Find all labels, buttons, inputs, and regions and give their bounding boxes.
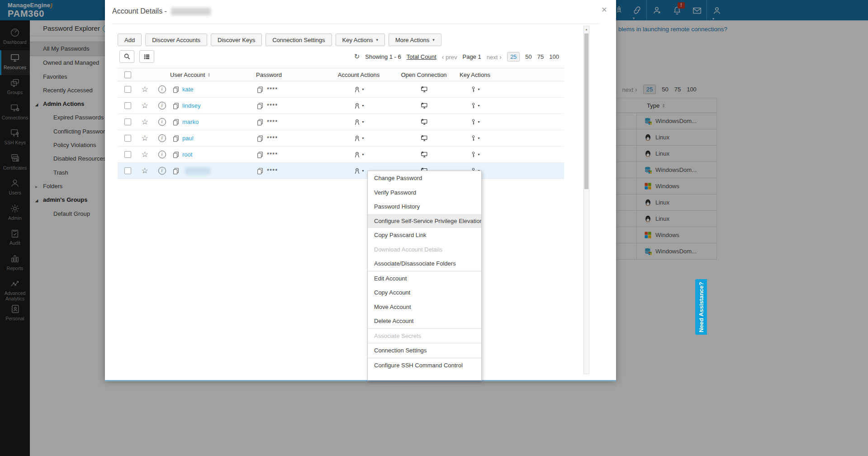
- favorite-star-icon[interactable]: [141, 101, 148, 110]
- info-icon[interactable]: [158, 167, 166, 175]
- key-actions-dropdown[interactable]: Key Actions: [336, 33, 385, 46]
- account-actions-icon[interactable]: [353, 151, 364, 158]
- menu-item[interactable]: Download Account Details: [368, 242, 481, 257]
- copy-password-icon[interactable]: [256, 102, 264, 109]
- menu-item[interactable]: Associate/Disassociate Folders: [368, 256, 481, 271]
- next-page-link[interactable]: next: [487, 53, 502, 61]
- password-mask: ****: [267, 86, 278, 93]
- menu-item[interactable]: Associate Secrets: [368, 328, 481, 343]
- key-actions-icon[interactable]: [470, 151, 479, 158]
- table-row[interactable]: paul ****: [118, 130, 564, 147]
- info-icon[interactable]: [158, 86, 166, 93]
- showing-count: Showing 1 - 6: [365, 53, 401, 60]
- account-actions-icon[interactable]: [353, 86, 364, 93]
- menu-item[interactable]: Change Password: [368, 171, 481, 185]
- more-actions-dropdown[interactable]: More Actions: [389, 33, 441, 46]
- account-actions-icon[interactable]: [353, 102, 364, 109]
- copy-password-icon[interactable]: [256, 86, 264, 93]
- account-actions-icon[interactable]: [353, 167, 364, 175]
- account-actions-icon[interactable]: [353, 134, 364, 142]
- account-link[interactable]: paul: [182, 135, 194, 142]
- menu-item[interactable]: Connection Settings: [368, 343, 481, 358]
- table-row[interactable]: lindsey ****: [118, 98, 564, 114]
- password-mask: ****: [267, 151, 278, 158]
- key-actions-icon[interactable]: [470, 134, 479, 142]
- favorite-star-icon[interactable]: [141, 117, 148, 127]
- close-icon[interactable]: [602, 5, 607, 14]
- key-actions-icon[interactable]: [470, 118, 479, 126]
- copy-password-icon[interactable]: [256, 151, 264, 158]
- open-connection-icon[interactable]: [420, 134, 428, 142]
- menu-item[interactable]: Copy Account: [368, 285, 481, 300]
- open-connection-icon[interactable]: [420, 86, 428, 93]
- need-assistance-tab[interactable]: Need Assistance?: [695, 279, 707, 335]
- page-size-100[interactable]: 100: [549, 53, 559, 60]
- search-button[interactable]: [119, 50, 134, 63]
- table-row[interactable]: root ****: [118, 147, 564, 163]
- row-checkbox[interactable]: [124, 86, 131, 93]
- menu-item[interactable]: Configure Self-Service Privilege Elevati…: [368, 214, 481, 228]
- favorite-star-icon[interactable]: [141, 166, 148, 176]
- copy-password-icon[interactable]: [256, 135, 264, 142]
- row-checkbox[interactable]: [124, 167, 131, 174]
- menu-item[interactable]: Configure SSH Command Control: [368, 358, 481, 373]
- copy-password-icon[interactable]: [256, 119, 264, 126]
- discover-keys-button[interactable]: Discover Keys: [211, 33, 262, 46]
- menu-item[interactable]: Move Account: [368, 300, 481, 314]
- scrollbar-thumb[interactable]: [584, 33, 588, 189]
- copy-account-icon[interactable]: [172, 167, 180, 175]
- copy-account-icon[interactable]: [172, 119, 180, 126]
- favorite-star-icon[interactable]: [141, 85, 148, 94]
- account-link[interactable]: root: [182, 151, 192, 158]
- table-row[interactable]: kate ****: [118, 81, 564, 98]
- sort-icon[interactable]: [208, 72, 210, 77]
- open-connection-icon[interactable]: [420, 102, 428, 109]
- row-checkbox[interactable]: [124, 135, 131, 142]
- row-checkbox[interactable]: [124, 102, 131, 109]
- open-connection-icon[interactable]: [420, 118, 428, 126]
- password-mask: ****: [267, 119, 278, 125]
- copy-account-icon[interactable]: [172, 102, 180, 109]
- info-icon[interactable]: [158, 134, 166, 142]
- discover-accounts-button[interactable]: Discover Accounts: [145, 33, 207, 46]
- page-size-50[interactable]: 50: [525, 53, 531, 60]
- favorite-star-icon[interactable]: [141, 150, 148, 159]
- menu-item[interactable]: Password History: [368, 200, 481, 214]
- refresh-icon[interactable]: [354, 52, 360, 61]
- table-row[interactable]: marko ****: [118, 114, 564, 130]
- page-size-75[interactable]: 75: [537, 53, 544, 60]
- menu-item[interactable]: Edit Account: [368, 271, 481, 286]
- scroll-up-arrow-icon[interactable]: [584, 26, 589, 33]
- menu-item[interactable]: Delete Account: [368, 314, 481, 328]
- modal-scrollbar[interactable]: [583, 26, 589, 374]
- accounts-table: User Account Password Account Actions Op…: [118, 68, 564, 179]
- copy-account-icon[interactable]: [172, 86, 180, 93]
- total-count-link[interactable]: Total Count: [407, 53, 436, 60]
- prev-page-link[interactable]: prev: [442, 53, 457, 61]
- account-link[interactable]: kate: [182, 86, 194, 93]
- open-connection-icon[interactable]: [420, 151, 428, 158]
- row-checkbox[interactable]: [124, 151, 131, 158]
- info-icon[interactable]: [158, 118, 166, 126]
- connection-settings-button[interactable]: Connection Settings: [266, 33, 332, 46]
- account-link[interactable]: marko: [182, 119, 199, 125]
- table-row[interactable]: ****: [118, 163, 564, 179]
- select-all-checkbox[interactable]: [124, 71, 131, 78]
- key-actions-icon[interactable]: [470, 102, 479, 109]
- menu-item[interactable]: Verify Password: [368, 185, 481, 200]
- info-icon[interactable]: [158, 102, 166, 109]
- column-view-button[interactable]: [139, 50, 154, 63]
- menu-item[interactable]: Copy Passcard Link: [368, 228, 481, 242]
- copy-account-icon[interactable]: [172, 135, 180, 142]
- key-actions-icon[interactable]: [470, 86, 479, 93]
- copy-account-icon[interactable]: [172, 151, 180, 158]
- copy-password-icon[interactable]: [256, 167, 264, 175]
- info-icon[interactable]: [158, 151, 166, 158]
- account-actions-icon[interactable]: [353, 118, 364, 126]
- page-size-25[interactable]: 25: [507, 52, 520, 62]
- col-user-account[interactable]: User Account: [170, 71, 205, 78]
- favorite-star-icon[interactable]: [141, 133, 148, 143]
- row-checkbox[interactable]: [124, 119, 131, 125]
- account-link[interactable]: lindsey: [182, 102, 200, 109]
- add-button[interactable]: Add: [118, 33, 142, 46]
